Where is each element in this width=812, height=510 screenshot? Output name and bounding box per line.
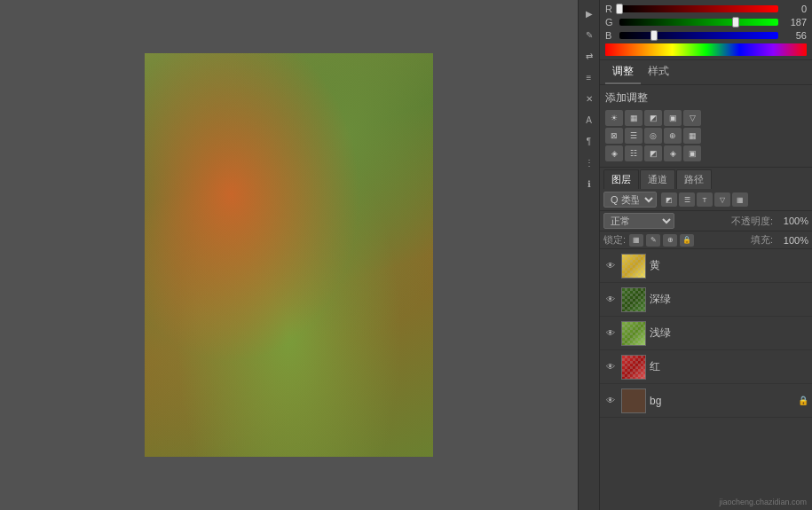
adj-brightness[interactable]: ☀: [605, 110, 623, 126]
green-value: 187: [782, 17, 807, 27]
red-label: R: [605, 4, 616, 14]
red-slider[interactable]: [619, 5, 778, 12]
adj-colorbalance[interactable]: ☰: [625, 128, 643, 144]
filter-smart-icon[interactable]: ▦: [732, 192, 748, 207]
color-spectrum[interactable]: [605, 43, 807, 56]
adj-gradient[interactable]: ▣: [683, 145, 701, 161]
layer-filter-icons: ◩ ☰ T ▽ ▦: [661, 192, 748, 207]
filter-adjust-icon[interactable]: ☰: [679, 192, 695, 207]
opacity-value: 100%: [777, 216, 808, 226]
filter-type-icon[interactable]: T: [697, 192, 713, 207]
layers-panel: 图层 通道 路径 Q 类型 名称 效果 ◩ ☰ T ▽ ▦ 正常 溶解: [600, 168, 812, 510]
layer-name-yellow: 黄: [650, 258, 808, 273]
layer-name-darkgreen: 深绿: [650, 292, 808, 307]
adj-colorlookup[interactable]: ◈: [605, 145, 623, 161]
lock-all-btn[interactable]: 🔒: [680, 234, 694, 247]
info-tool[interactable]: ℹ: [579, 174, 599, 193]
more-tool[interactable]: ⋮: [579, 153, 599, 172]
type-tool[interactable]: A: [579, 110, 599, 129]
red-channel-row: R 0: [605, 4, 807, 14]
red-value: 0: [782, 4, 807, 14]
tab-channels[interactable]: 通道: [640, 169, 675, 189]
menu-tool[interactable]: ≡: [579, 67, 599, 87]
filter-pixel-icon[interactable]: ◩: [661, 192, 677, 207]
layer-name-bg: bg: [650, 395, 794, 407]
tab-adjustment[interactable]: 调整: [605, 60, 641, 84]
vertical-toolbar: ▶ ✎ ⇄ ≡ ✕ A ¶ ⋮ ℹ: [578, 0, 599, 510]
layer-thumb-red: [621, 355, 646, 380]
layer-thumb-bg: [621, 388, 646, 413]
layer-eye-yellow[interactable]: 👁: [603, 259, 618, 273]
adj-invert[interactable]: ☷: [625, 145, 643, 161]
layer-eye-bg[interactable]: 👁: [603, 394, 618, 408]
adjustment-title: 添加调整: [605, 90, 807, 106]
layer-thumb-lightgreen: [621, 321, 646, 346]
layer-thumb-darkgreen: [621, 287, 646, 312]
adj-threshold[interactable]: ◈: [664, 145, 682, 161]
layer-thumb-yellow: [621, 254, 646, 279]
right-panel: R 0 G 187 B 56 调整 样式 添加调整 ☀: [599, 0, 812, 510]
layer-eye-lightgreen[interactable]: 👁: [603, 326, 618, 341]
blue-thumb[interactable]: [650, 30, 658, 41]
lock-paint-btn[interactable]: ✎: [646, 234, 660, 247]
lock-icons-group: ▦ ✎ ⊕ 🔒: [629, 234, 694, 247]
layer-eye-darkgreen[interactable]: 👁: [603, 293, 618, 307]
adj-hsl[interactable]: ⊠: [605, 128, 623, 144]
layer-eye-red[interactable]: 👁: [603, 360, 618, 374]
play-tool[interactable]: ▶: [579, 4, 599, 23]
blue-channel-row: B 56: [605, 30, 807, 41]
adj-exposure[interactable]: ▣: [664, 110, 682, 126]
adjustment-icons-row3: ◈ ☷ ◩ ◈ ▣: [605, 145, 807, 161]
lock-fill-row: 锁定: ▦ ✎ ⊕ 🔒 填充: 100%: [600, 231, 812, 249]
layer-row-bg[interactable]: 👁 bg 🔒: [600, 384, 812, 418]
adj-curves[interactable]: ◩: [644, 110, 662, 126]
blend-mode-select[interactable]: 正常 溶解 正片叠底: [603, 213, 674, 229]
adjustment-tabs: 调整 样式: [600, 60, 812, 85]
red-thumb[interactable]: [616, 4, 623, 14]
adj-channelmixer[interactable]: ▦: [683, 128, 701, 144]
layer-row-red[interactable]: 👁 红: [600, 350, 812, 384]
tab-style[interactable]: 样式: [641, 60, 676, 84]
blend-opacity-row: 正常 溶解 正片叠底 不透明度: 100%: [600, 211, 812, 231]
lock-transparent-btn[interactable]: ▦: [629, 234, 643, 247]
canvas-area: [0, 0, 578, 510]
blue-slider[interactable]: [619, 32, 778, 39]
layers-tabs-row: 图层 通道 路径: [600, 168, 812, 189]
lock-label: 锁定:: [603, 233, 626, 247]
green-thumb[interactable]: [732, 17, 739, 27]
adjustment-icons-row1: ☀ ▦ ◩ ▣ ▽: [605, 110, 807, 126]
layers-list: 👁 黄 👁 深绿 👁 浅绿 👁: [600, 249, 812, 510]
adj-posterize[interactable]: ◩: [644, 145, 662, 161]
adj-photo[interactable]: ⊕: [664, 128, 682, 144]
layer-filter-select[interactable]: Q 类型 名称 效果: [603, 192, 657, 208]
fill-value: 100%: [777, 235, 808, 246]
adjustment-icons-row2: ⊠ ☰ ◎ ⊕ ▦: [605, 128, 807, 144]
layer-row-lightgreen[interactable]: 👁 浅绿: [600, 317, 812, 350]
tab-paths[interactable]: 路径: [676, 169, 712, 189]
adjustment-panel: 添加调整 ☀ ▦ ◩ ▣ ▽ ⊠ ☰ ◎ ⊕ ▦ ◈ ☷ ◩ ◈ ▣: [600, 85, 812, 168]
layer-lock-icon: 🔒: [798, 396, 808, 406]
paragraph-tool[interactable]: ¶: [579, 131, 599, 151]
adj-levels[interactable]: ▦: [625, 110, 643, 126]
lock-move-btn[interactable]: ⊕: [663, 234, 677, 247]
adj-bw[interactable]: ◎: [644, 128, 662, 144]
canvas-gradient: [145, 53, 433, 457]
close-tool[interactable]: ✕: [579, 89, 599, 108]
layer-row-darkgreen[interactable]: 👁 深绿: [600, 283, 812, 317]
filter-shape-icon[interactable]: ▽: [714, 192, 730, 207]
green-label: G: [605, 17, 616, 27]
pen-tool[interactable]: ✎: [579, 25, 599, 44]
blue-value: 56: [782, 30, 807, 41]
adj-vibrance[interactable]: ▽: [683, 110, 701, 126]
blue-label: B: [605, 30, 616, 41]
tab-layers[interactable]: 图层: [603, 169, 639, 189]
green-slider[interactable]: [619, 19, 778, 26]
layer-row-yellow[interactable]: 👁 黄: [600, 249, 812, 283]
opacity-label: 不透明度:: [731, 215, 773, 228]
swap-tool[interactable]: ⇄: [579, 46, 599, 66]
layer-name-red: 红: [650, 359, 808, 374]
color-panel: R 0 G 187 B 56: [600, 0, 812, 60]
layers-filter-toolbar: Q 类型 名称 效果 ◩ ☰ T ▽ ▦: [600, 189, 812, 211]
layer-name-lightgreen: 浅绿: [650, 326, 808, 341]
green-channel-row: G 187: [605, 17, 807, 27]
